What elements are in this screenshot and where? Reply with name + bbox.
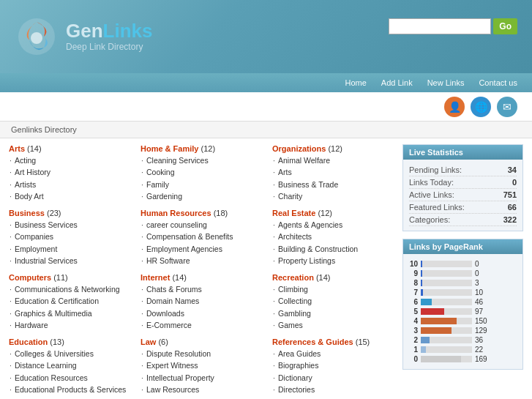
- category-link[interactable]: Agents & Agencies: [278, 220, 342, 229]
- category-link[interactable]: Communications & Networking: [15, 285, 120, 294]
- category-link[interactable]: Body Art: [15, 192, 44, 201]
- category-link[interactable]: Collecting: [278, 297, 312, 305]
- category-link[interactable]: Property Listings: [278, 256, 335, 265]
- list-item: ·Charity: [272, 190, 397, 202]
- pagerank-title: Links by PageRank: [403, 239, 522, 254]
- category-link[interactable]: Intellectual Property: [146, 373, 214, 382]
- category-link[interactable]: Expert Witness: [146, 361, 198, 370]
- category-title[interactable]: Internet (14): [141, 273, 265, 282]
- category-link[interactable]: Dictionary: [278, 373, 312, 382]
- list-item: ·Educational Products & Services: [9, 384, 133, 395]
- category-title[interactable]: Computers (11): [9, 273, 133, 282]
- category-link[interactable]: Acting: [15, 156, 36, 165]
- category-link[interactable]: Cooking: [146, 168, 175, 176]
- category-link[interactable]: Industrial Services: [15, 256, 78, 265]
- category-items: ·Climbing·Collecting·Gambling·Games: [272, 283, 397, 331]
- stat-row: Featured Links:66: [409, 201, 517, 214]
- category-link[interactable]: Building & Construction: [278, 245, 358, 253]
- list-item: ·Gambling: [272, 307, 397, 319]
- pr-row: 1 22: [409, 346, 517, 354]
- category-link[interactable]: career counseling: [146, 220, 207, 229]
- category-link[interactable]: Compensation & Benefits: [146, 232, 233, 241]
- icon-bar: 👤 🌐 ✉: [0, 92, 532, 122]
- category-link[interactable]: Art History: [15, 168, 50, 176]
- nav-add-link[interactable]: Add Link: [381, 78, 413, 87]
- category-title[interactable]: Education (13): [9, 338, 133, 346]
- logo-gen: Gen: [66, 20, 103, 42]
- search-button[interactable]: Go: [493, 18, 517, 34]
- list-item: ·Cooking: [141, 166, 265, 178]
- category-block: Law (6)·Dispute Resolution·Expert Witnes…: [141, 338, 265, 395]
- category-link[interactable]: Education & Certification: [15, 297, 99, 305]
- category-link[interactable]: Law Resources: [146, 385, 199, 394]
- category-link[interactable]: Hardware: [15, 321, 48, 329]
- person-icon[interactable]: 👤: [444, 97, 465, 117]
- category-link[interactable]: Biographies: [278, 361, 318, 370]
- stat-row: Links Today:0: [409, 176, 517, 189]
- category-link[interactable]: Climbing: [278, 285, 308, 294]
- category-link[interactable]: Architects: [278, 232, 312, 241]
- pr-row: 7 10: [409, 288, 517, 297]
- pr-row: 5 97: [409, 307, 517, 316]
- category-link[interactable]: Area Guides: [278, 349, 321, 358]
- category-title[interactable]: Home & Family (12): [141, 144, 265, 153]
- category-title[interactable]: Human Resources (18): [141, 209, 265, 217]
- category-link[interactable]: Charity: [278, 192, 302, 201]
- nav-contact[interactable]: Contact us: [479, 78, 517, 87]
- category-link[interactable]: Employment Agencies: [146, 245, 222, 253]
- category-link[interactable]: Graphics & Multimedia: [15, 309, 92, 318]
- category-link[interactable]: HR Software: [146, 256, 190, 265]
- category-link[interactable]: Education Resources: [15, 373, 88, 382]
- category-link[interactable]: Artists: [15, 180, 36, 189]
- stat-label: Featured Links:: [409, 203, 465, 212]
- category-link[interactable]: Games: [278, 321, 303, 329]
- category-link[interactable]: Educational Products & Services: [15, 385, 126, 394]
- category-items: ·Cleaning Services·Cooking·Family·Garden…: [141, 154, 265, 202]
- category-title[interactable]: Recreation (14): [272, 273, 397, 282]
- globe-icon[interactable]: 🌐: [471, 97, 491, 117]
- pr-bar: [421, 261, 422, 267]
- category-link[interactable]: Companies: [15, 232, 53, 241]
- category-link[interactable]: Gambling: [278, 309, 311, 318]
- category-link[interactable]: Business & Trade: [278, 180, 338, 189]
- category-link[interactable]: Chats & Forums: [146, 285, 202, 294]
- category-title[interactable]: Business (23): [9, 209, 133, 217]
- stat-value: 34: [508, 165, 517, 174]
- search-input[interactable]: [389, 18, 491, 34]
- category-link[interactable]: Colleges & Universities: [15, 349, 94, 358]
- category-link[interactable]: E-Commerce: [146, 321, 192, 329]
- category-link[interactable]: Distance Learning: [15, 361, 77, 370]
- category-link[interactable]: Gardening: [146, 192, 182, 201]
- list-item: ·Communications & Networking: [9, 283, 133, 295]
- list-item: ·Body Art: [9, 190, 133, 202]
- category-link[interactable]: Employment: [15, 245, 57, 253]
- category-link[interactable]: Downloads: [146, 309, 184, 318]
- logo-text: GenLinks Deep Link Directory: [66, 21, 153, 52]
- category-link[interactable]: Cleaning Services: [146, 156, 209, 165]
- category-link[interactable]: Animal Welfare: [278, 156, 330, 165]
- list-item: ·Intellectual Property: [141, 372, 265, 384]
- nav-new-links[interactable]: New Links: [427, 78, 465, 87]
- category-link[interactable]: Dispute Resolution: [146, 349, 211, 358]
- category-title[interactable]: Law (6): [141, 338, 265, 346]
- category-items: ·Acting·Art History·Artists·Body Art: [9, 154, 133, 202]
- pr-count: 36: [475, 336, 483, 344]
- list-item: ·Domain Names: [141, 295, 265, 307]
- pr-bar: [421, 318, 457, 324]
- category-link[interactable]: Family: [146, 180, 169, 189]
- category-link[interactable]: Directories: [278, 385, 315, 394]
- mail-icon[interactable]: ✉: [497, 97, 517, 117]
- list-item: ·Acting: [9, 154, 133, 166]
- category-title[interactable]: Real Estate (12): [272, 209, 397, 217]
- pr-count: 169: [475, 355, 487, 363]
- category-link[interactable]: Arts: [278, 168, 292, 176]
- list-item: ·Animal Welfare: [272, 154, 397, 166]
- category-title[interactable]: Arts (14): [9, 144, 133, 153]
- category-link[interactable]: Domain Names: [146, 297, 199, 305]
- category-title[interactable]: References & Guides (15): [272, 338, 397, 346]
- pr-bar-container: [421, 356, 472, 362]
- category-link[interactable]: Business Services: [15, 220, 78, 229]
- category-title[interactable]: Organizations (12): [272, 144, 397, 153]
- pr-count: 97: [475, 307, 483, 316]
- nav-home[interactable]: Home: [345, 78, 367, 87]
